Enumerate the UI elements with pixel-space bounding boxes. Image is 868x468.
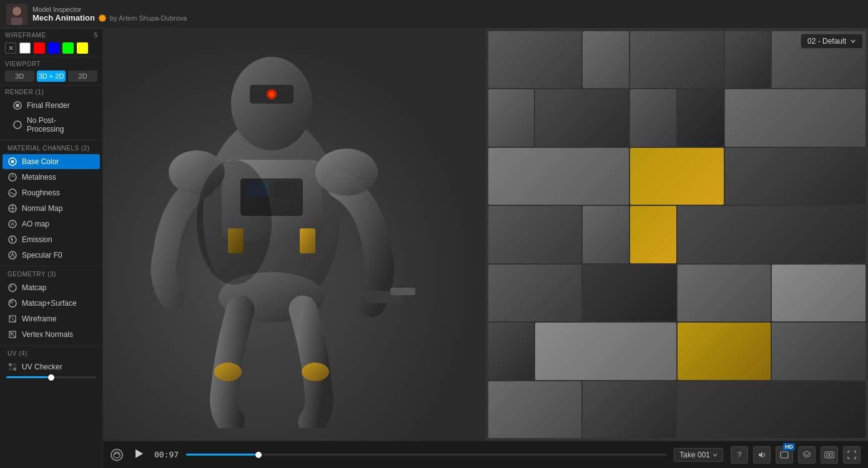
- uv-piece: [678, 206, 866, 263]
- uv-piece: [488, 323, 535, 379]
- sidebar-item-matcap-surface[interactable]: Matcap+Surface: [2, 296, 100, 311]
- swatch-green[interactable]: [62, 42, 74, 54]
- svg-point-19: [9, 300, 16, 307]
- wireframe-title: WIREFRAME: [5, 32, 46, 39]
- wireframe-label: Wireframe: [22, 314, 56, 323]
- base-color-label: Base Color: [22, 157, 59, 166]
- author-name: by Artem Shupa-Dubrova: [110, 14, 187, 22]
- fullscreen-button[interactable]: [843, 446, 861, 464]
- volume-icon: [757, 451, 766, 459]
- geometry-section: GEOMETRY (3) Matcap Matcap+Surface Wiref…: [0, 266, 102, 346]
- normal-map-icon: [7, 203, 17, 213]
- uv-piece: [725, 148, 866, 205]
- progress-fill: [186, 454, 258, 456]
- viewport-btn-2d[interactable]: 2D: [68, 71, 97, 82]
- fullscreen-icon: [847, 451, 856, 459]
- help-button[interactable]: ?: [731, 446, 748, 464]
- swatch-yellow[interactable]: [77, 42, 88, 54]
- sidebar-item-final-render[interactable]: Final Render: [7, 98, 95, 113]
- circle-icon: [12, 100, 22, 110]
- svg-point-53: [829, 453, 832, 456]
- home-icon: [113, 451, 121, 459]
- render-title: RENDER (1): [5, 89, 97, 95]
- sidebar-item-wireframe[interactable]: Wireframe: [2, 311, 100, 326]
- chevron-down-icon: [850, 38, 856, 44]
- svg-point-8: [9, 173, 16, 181]
- uv-progress-bar[interactable]: [6, 376, 96, 378]
- specular-icon: [7, 250, 17, 260]
- svg-point-47: [197, 160, 272, 285]
- view-2d[interactable]: 02 - Default: [486, 29, 869, 441]
- color-swatches: ✕: [5, 42, 97, 54]
- viewport-btn-3d2d[interactable]: 3D + 2D: [37, 71, 66, 82]
- sidebar-item-roughness[interactable]: Roughness: [2, 185, 100, 200]
- vertex-normals-label: Vertex Normals: [22, 330, 73, 339]
- metalness-icon: [7, 172, 17, 182]
- svg-rect-36: [390, 288, 415, 295]
- sidebar-item-metalness[interactable]: Metalness: [2, 170, 100, 185]
- svg-rect-2: [11, 17, 22, 25]
- view-3d[interactable]: [103, 29, 486, 441]
- uv-piece: [772, 323, 866, 379]
- svg-rect-50: [781, 452, 788, 458]
- svg-marker-49: [136, 449, 143, 458]
- hd-button[interactable]: HD: [776, 446, 793, 464]
- volume-button[interactable]: [753, 446, 771, 464]
- viewport-btn-3d[interactable]: 3D: [5, 71, 34, 82]
- sidebar-item-specular[interactable]: Specular F0: [2, 248, 100, 263]
- uv-piece: [583, 31, 629, 88]
- swatch-blue[interactable]: [48, 42, 59, 54]
- svg-point-14: [11, 223, 14, 225]
- sidebar-item-normal-map[interactable]: Normal Map: [2, 201, 100, 216]
- uv-piece: [535, 89, 629, 146]
- uv-piece: [630, 89, 676, 146]
- bottom-bar-right: ? HD: [731, 446, 861, 464]
- uv-piece-gold: [678, 323, 771, 379]
- normal-map-label: Normal Map: [22, 204, 62, 213]
- uv-title: UV (4): [7, 350, 27, 357]
- title-area: Model Inspector Mech Animation by Artem …: [6, 4, 187, 25]
- svg-rect-25: [9, 363, 12, 366]
- swatch-white[interactable]: [19, 42, 31, 54]
- svg-point-5: [14, 121, 21, 129]
- sidebar-item-no-post[interactable]: No Post-Processing: [7, 114, 95, 136]
- wireframe-icon: [7, 314, 17, 324]
- playback-home-btn[interactable]: [111, 449, 123, 461]
- swatch-red[interactable]: [34, 42, 45, 54]
- geometry-title: GEOMETRY (3): [7, 271, 56, 278]
- uv-piece: [488, 265, 582, 321]
- play-icon: [133, 448, 144, 459]
- progress-knob[interactable]: [255, 452, 262, 458]
- svg-point-52: [826, 453, 829, 456]
- specular-label: Specular F0: [22, 251, 62, 260]
- viewport-section: VIEWPORT 3D 3D + 2D 2D: [0, 57, 102, 85]
- quality-icon: [780, 451, 789, 459]
- vr-button[interactable]: [821, 446, 838, 464]
- sidebar-item-emission[interactable]: Emission: [2, 232, 100, 247]
- swatch-x[interactable]: ✕: [5, 42, 16, 54]
- material-channels-title: MATERIAL CHANNELS (2): [7, 145, 90, 152]
- render-section: RENDER (1) Final Render No Post-Processi…: [0, 85, 102, 140]
- vertex-normals-icon: [7, 329, 17, 339]
- sidebar-item-matcap[interactable]: Matcap: [2, 280, 100, 295]
- sidebar-item-uv-checker[interactable]: UV Checker: [2, 359, 100, 374]
- view-selector[interactable]: 02 - Default: [801, 34, 863, 49]
- gear-icon[interactable]: [98, 14, 107, 22]
- main-layout: WIREFRAME 5 ✕ VIEWPORT 3D 3D + 2D 2D: [0, 29, 868, 468]
- layers-button[interactable]: [798, 446, 816, 464]
- matcap-surface-label: Matcap+Surface: [22, 299, 77, 308]
- no-post-label: No Post-Processing: [27, 116, 90, 134]
- sidebar-item-base-color[interactable]: Base Color: [2, 154, 100, 169]
- circle-outline-icon: [12, 120, 22, 130]
- progress-bar[interactable]: [186, 454, 666, 456]
- svg-line-24: [9, 331, 16, 338]
- uv-map-grid: [486, 29, 869, 441]
- view-selector-label: 02 - Default: [807, 37, 846, 46]
- play-button[interactable]: [131, 446, 147, 464]
- roughness-label: Roughness: [22, 188, 60, 197]
- uv-piece-gold: [630, 148, 724, 205]
- take-selector[interactable]: Take 001: [674, 448, 723, 462]
- sidebar-item-vertex-normals[interactable]: Vertex Normals: [2, 327, 100, 342]
- sidebar-item-ao-map[interactable]: AO map: [2, 217, 100, 232]
- svg-point-4: [16, 104, 19, 107]
